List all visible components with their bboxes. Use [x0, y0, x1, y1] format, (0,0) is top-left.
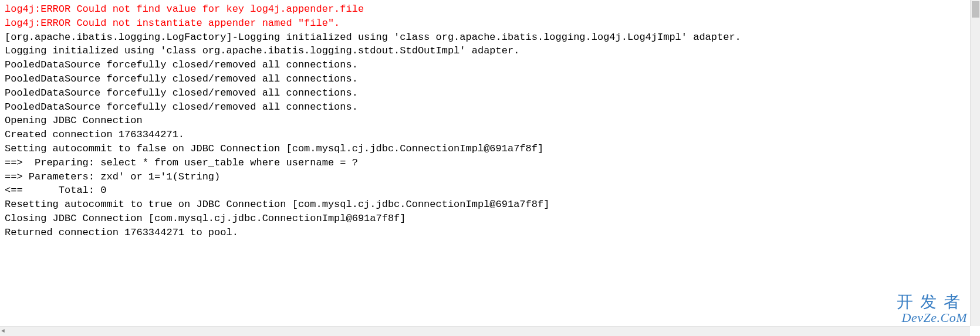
log-line: Closing JDBC Connection [com.mysql.cj.jd…	[5, 212, 975, 226]
log-line: PooledDataSource forcefully closed/remov…	[5, 58, 975, 72]
log-line: PooledDataSource forcefully closed/remov…	[5, 86, 975, 100]
log-line: Resetting autocommit to true on JDBC Con…	[5, 198, 975, 212]
scrollbar-vertical[interactable]	[970, 0, 980, 326]
log-line: Logging initialized using 'class org.apa…	[5, 44, 975, 58]
log-line: ==> Preparing: select * from user_table …	[5, 156, 975, 170]
log-line: PooledDataSource forcefully closed/remov…	[5, 72, 975, 86]
log-line: Created connection 1763344271.	[5, 128, 975, 142]
scroll-left-icon[interactable]: ◄	[1, 327, 5, 335]
log-line: ==> Parameters: zxd' or 1='1(String)	[5, 170, 975, 184]
console-output: log4j:ERROR Could not find value for key…	[0, 0, 980, 336]
log-line: <== Total: 0	[5, 184, 975, 198]
log-line: log4j:ERROR Could not find value for key…	[5, 2, 975, 16]
log-line: log4j:ERROR Could not instantiate append…	[5, 16, 975, 30]
log-line: [org.apache.ibatis.logging.LogFactory]-L…	[5, 30, 975, 45]
scrollbar-thumb[interactable]	[972, 1, 979, 18]
log-line: PooledDataSource forcefully closed/remov…	[5, 100, 975, 114]
log-line: Setting autocommit to false on JDBC Conn…	[5, 142, 975, 156]
scrollbar-horizontal[interactable]: ◄	[0, 326, 970, 336]
log-line: Opening JDBC Connection	[5, 114, 975, 128]
log-line: Returned connection 1763344271 to pool.	[5, 226, 975, 240]
